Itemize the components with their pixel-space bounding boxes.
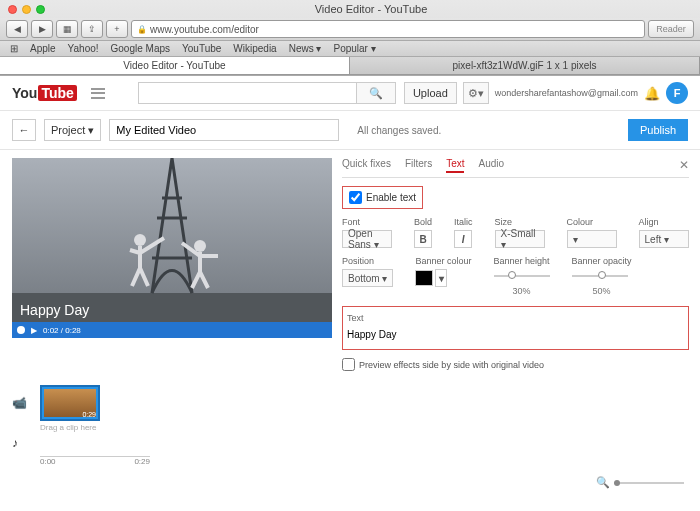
bookmark-item[interactable]: Popular ▾ [333,43,375,54]
tab-filters[interactable]: Filters [405,158,432,173]
colour-label: Colour [567,217,617,227]
banner-colour-caret[interactable]: ▾ [435,269,447,287]
play-icon[interactable]: ▶ [31,326,37,335]
bell-icon[interactable]: 🔔 [644,86,660,101]
avatar[interactable]: F [666,82,688,104]
upload-button[interactable]: Upload [404,82,457,104]
colour-dropdown[interactable]: ▾ [567,230,617,248]
close-icon[interactable]: ✕ [679,158,689,173]
audio-track-icon: ♪ [12,436,30,450]
banner-opacity-slider[interactable] [572,269,628,283]
effects-panel: Quick fixes Filters Text Audio ✕ Enable … [342,158,689,371]
size-label: Size [495,217,545,227]
italic-label: Italic [454,217,473,227]
bookmark-item[interactable]: Wikipedia [233,43,276,54]
url-bar[interactable]: 🔒 www.youtube.com/editor [131,20,645,38]
nav-add-icon[interactable]: + [106,20,128,38]
banner-height-value: 30% [494,286,550,296]
bold-label: Bold [414,217,432,227]
banner-colour-swatch[interactable] [415,270,433,286]
bookmark-bar: ⊞ Apple Yahoo! Google Maps YouTube Wikip… [0,41,700,57]
position-dropdown[interactable]: Bottom ▾ [342,269,393,287]
window-maximize[interactable] [36,5,45,14]
timeline-clip[interactable]: 0:29 [40,385,100,421]
window-title: Video Editor - YouTube [50,3,692,15]
tab-audio[interactable]: Audio [478,158,504,173]
project-dropdown[interactable]: Project ▾ [44,119,101,141]
lock-icon: 🔒 [137,25,147,34]
timeline-caption: Drag a clip here [40,423,688,432]
enable-text-toggle[interactable]: Enable text [342,186,423,209]
nav-share-icon[interactable]: ⇪ [81,20,103,38]
gear-icon: ⚙ [468,87,478,100]
banner-height-slider[interactable] [494,269,550,283]
playhead[interactable] [17,326,25,334]
align-label: Align [639,217,689,227]
project-title-input[interactable] [109,119,339,141]
browser-tab[interactable]: Video Editor - YouTube [0,57,350,74]
bookmark-item[interactable]: Yahoo! [68,43,99,54]
overlay-text-input[interactable] [347,323,684,345]
settings-button[interactable]: ⚙ ▾ [463,82,489,104]
bookmark-item[interactable]: YouTube [182,43,221,54]
tab-text[interactable]: Text [446,158,464,173]
banner-opacity-label: Banner opacity [572,256,632,266]
search-icon: 🔍 [369,87,383,100]
project-bar: ← Project ▾ All changes saved. Publish [0,111,700,150]
nav-back[interactable]: ◀ [6,20,28,38]
account-email[interactable]: wondersharefantashow@gmail.com [495,88,638,98]
search-button[interactable]: 🔍 [356,82,396,104]
zoom-control: 🔍 [0,472,700,493]
bold-button[interactable]: B [414,230,432,248]
bookmark-item[interactable]: News ▾ [289,43,322,54]
browser-chrome: Video Editor - YouTube ◀ ▶ ▦ ⇪ + 🔒 www.y… [0,0,700,76]
position-label: Position [342,256,393,266]
bookmark-grid-icon[interactable]: ⊞ [10,43,18,54]
side-by-side-label: Preview effects side by side with origin… [359,360,544,370]
banner-colour-label: Banner colour [415,256,471,266]
banner-opacity-value: 50% [572,286,632,296]
tab-quick-fixes[interactable]: Quick fixes [342,158,391,173]
back-button[interactable]: ← [12,119,36,141]
align-dropdown[interactable]: Left ▾ [639,230,689,248]
font-label: Font [342,217,392,227]
timeline: 📹 0:29 Drag a clip here ♪ 0:00 0:29 [0,379,700,472]
menu-icon[interactable] [91,88,105,99]
browser-tab[interactable]: pixel-xft3z1WdW.giF 1 x 1 pixels [350,57,700,74]
publish-button[interactable]: Publish [628,119,688,141]
clip-duration: 0:29 [82,411,96,418]
time-display: 0:02 / 0:28 [43,326,81,335]
timeline-ruler: 0:00 0:29 [40,456,150,466]
youtube-logo[interactable]: YouTube [12,85,77,101]
size-dropdown[interactable]: X-Small ▾ [495,230,545,248]
video-controls: ▶ 0:02 / 0:28 [12,322,332,338]
video-track-icon: 📹 [12,396,30,410]
svg-point-2 [194,240,206,252]
reader-button[interactable]: Reader [648,20,694,38]
window-minimize[interactable] [22,5,31,14]
zoom-icon: 🔍 [596,476,610,489]
enable-text-checkbox[interactable] [349,191,362,204]
search-input[interactable] [138,82,356,104]
video-preview[interactable]: Happy Day ▶ 0:02 / 0:28 [12,158,332,338]
text-input-wrap: Text [342,306,689,350]
bookmark-item[interactable]: Apple [30,43,56,54]
side-by-side-checkbox[interactable] [342,358,355,371]
bookmark-item[interactable]: Google Maps [111,43,170,54]
url-text: www.youtube.com/editor [150,24,259,35]
italic-button[interactable]: I [454,230,472,248]
save-status: All changes saved. [357,125,441,136]
svg-point-1 [134,234,146,246]
nav-bookmarks-icon[interactable]: ▦ [56,20,78,38]
youtube-header: YouTube 🔍 Upload ⚙ ▾ wondersharefantasho… [0,76,700,111]
font-dropdown[interactable]: Open Sans ▾ [342,230,392,248]
preview-text-overlay: Happy Day [20,302,89,318]
window-close[interactable] [8,5,17,14]
text-label: Text [347,313,364,323]
zoom-slider[interactable] [614,482,684,484]
banner-height-label: Banner height [494,256,550,266]
nav-forward[interactable]: ▶ [31,20,53,38]
